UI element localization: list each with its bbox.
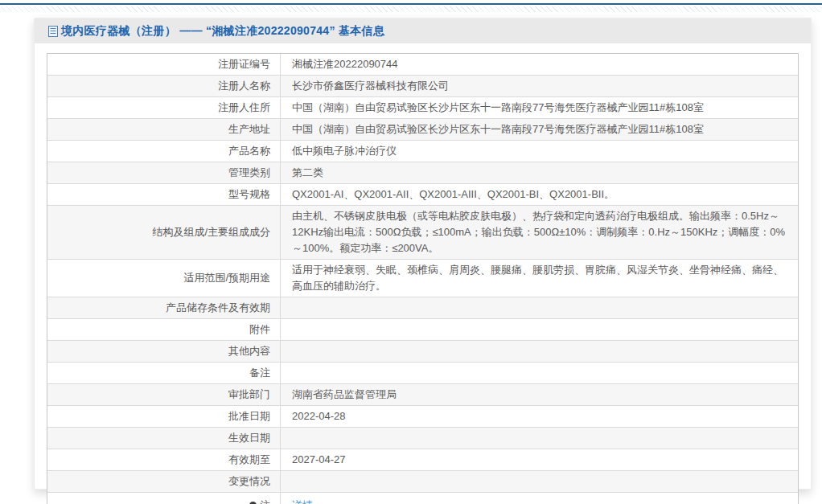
row-value: 中国（湖南）自由贸易试验区长沙片区东十一路南段77号海凭医疗器械产业园11#栋1… <box>281 119 798 140</box>
page-title: 境内医疗器械（注册） —— “湘械注准20222090744” 基本信息 <box>61 24 384 39</box>
decorative-stripe-band <box>0 6 822 12</box>
row-label-text: 审批部门 <box>228 387 270 403</box>
row-value <box>281 363 798 383</box>
page: 境内医疗器械（注册） —— “湘械注准20222090744” 基本信息 注册证… <box>0 0 822 504</box>
row-label-text: 注册证编号 <box>218 56 270 72</box>
row-label-text: 注 <box>260 498 270 504</box>
row-label-text: 批准日期 <box>228 408 270 424</box>
row-value: 2022-04-28 <box>281 406 798 427</box>
row-label: 型号规格 <box>47 184 281 205</box>
table-row: 变更情况 <box>47 471 798 493</box>
table-row: 型号规格QX2001-AI、QX2001-AII、QX2001-AIII、QX2… <box>47 184 798 206</box>
table-row: 结构及组成/主要组成成分由主机、不锈钢皮肤电极（或等电粘胶皮肤电极）、热疗袋和定… <box>47 206 798 260</box>
panel-header: 境内医疗器械（注册） —— “湘械注准20222090744” 基本信息 <box>35 18 811 43</box>
row-label-text: 其他内容 <box>228 343 270 359</box>
table-row: 适用范围/预期用途适用于神经衰弱、失眠、颈椎病、肩周炎、腰腿痛、腰肌劳损、胃脘痛… <box>47 260 798 297</box>
table-row: 其他内容 <box>47 341 798 363</box>
row-label: 管理类别 <box>47 162 281 183</box>
detail-link[interactable]: 详情 <box>292 498 313 504</box>
row-label-text: 注册人名称 <box>218 78 270 94</box>
row-label-text: 生产地址 <box>228 121 270 137</box>
row-label: 批准日期 <box>47 406 281 427</box>
row-label: 备注 <box>47 363 281 383</box>
row-label: 其他内容 <box>47 341 281 362</box>
table-row: 管理类别第二类 <box>47 162 798 184</box>
row-label-text: 生效日期 <box>228 430 270 446</box>
row-label: 附件 <box>47 319 281 340</box>
row-label: 注册人名称 <box>47 76 281 96</box>
top-accent-line <box>0 3 822 5</box>
table-row: 注册证编号湘械注准20222090744 <box>47 54 798 76</box>
row-label-text: 型号规格 <box>228 186 270 203</box>
row-label-text: 适用范围/预期用途 <box>183 270 270 286</box>
row-value <box>281 341 798 362</box>
table-row: 审批部门湖南省药品监督管理局 <box>47 384 798 406</box>
row-value: 详情 <box>281 493 798 504</box>
row-value: QX2001-AI、QX2001-AII、QX2001-AIII、QX2001-… <box>281 184 798 205</box>
table-row: 生效日期 <box>47 428 798 449</box>
table-row: 注详情 <box>47 493 798 504</box>
table-row: 注册人住所中国（湖南）自由贸易试验区长沙片区东十一路南段77号海凭医疗器械产业园… <box>47 97 798 119</box>
row-label-text: 备注 <box>249 365 270 381</box>
row-value: 湘械注准20222090744 <box>281 54 798 75</box>
row-value: 由主机、不锈钢皮肤电极（或等电粘胶皮肤电极）、热疗袋和定向透药治疗电极组成。输出… <box>281 206 798 259</box>
row-label-text: 管理类别 <box>228 165 270 181</box>
row-label: 注册人住所 <box>47 97 281 118</box>
row-value <box>281 471 798 492</box>
row-value: 长沙市侨鑫医疗器械科技有限公司 <box>281 76 798 96</box>
table-row: 附件 <box>47 319 798 341</box>
row-label-text: 附件 <box>249 322 270 338</box>
row-label: 注册证编号 <box>47 54 281 75</box>
table-row: 备注 <box>47 363 798 384</box>
row-label: 注 <box>47 493 281 504</box>
row-label: 适用范围/预期用途 <box>47 260 281 297</box>
row-label-text: 变更情况 <box>228 473 270 490</box>
row-label-text: 有效期至 <box>228 452 270 468</box>
row-value: 适用于神经衰弱、失眠、颈椎病、肩周炎、腰腿痛、腰肌劳损、胃脘痛、风湿关节炎、坐骨… <box>281 260 798 297</box>
row-label-text: 产品名称 <box>228 143 270 159</box>
row-label: 变更情况 <box>47 471 281 492</box>
row-value <box>281 297 798 318</box>
row-label: 产品名称 <box>47 141 281 162</box>
balloon-note-icon <box>249 502 257 504</box>
row-label: 结构及组成/主要组成成分 <box>47 206 281 259</box>
row-label: 有效期至 <box>47 449 281 470</box>
row-value: 湖南省药品监督管理局 <box>281 384 798 405</box>
row-label-text: 注册人住所 <box>218 100 270 116</box>
table-row: 批准日期2022-04-28 <box>47 406 798 428</box>
table-row: 产品储存条件及有效期 <box>47 297 798 319</box>
document-icon <box>48 26 58 37</box>
row-label: 生效日期 <box>47 428 281 449</box>
row-label-text: 产品储存条件及有效期 <box>166 300 270 316</box>
row-value <box>281 319 798 340</box>
row-label-text: 结构及组成/主要组成成分 <box>152 224 270 240</box>
row-value: 低中频电子脉冲治疗仪 <box>281 141 798 162</box>
row-value: 第二类 <box>281 162 798 183</box>
row-value <box>281 428 798 449</box>
row-label: 生产地址 <box>47 119 281 140</box>
table-row: 产品名称低中频电子脉冲治疗仪 <box>47 141 798 162</box>
table-row: 注册人名称长沙市侨鑫医疗器械科技有限公司 <box>47 76 798 97</box>
row-label: 产品储存条件及有效期 <box>47 297 281 318</box>
row-value: 中国（湖南）自由贸易试验区长沙片区东十一路南段77号海凭医疗器械产业园11#栋1… <box>281 97 798 118</box>
info-table: 注册证编号湘械注准20222090744注册人名称长沙市侨鑫医疗器械科技有限公司… <box>47 53 799 504</box>
row-value: 2027-04-27 <box>281 449 798 470</box>
row-label: 审批部门 <box>47 384 281 405</box>
table-row: 生产地址中国（湖南）自由贸易试验区长沙片区东十一路南段77号海凭医疗器械产业园1… <box>47 119 798 141</box>
table-row: 有效期至2027-04-27 <box>47 449 798 471</box>
registration-info-panel: 境内医疗器械（注册） —— “湘械注准20222090744” 基本信息 注册证… <box>34 18 812 490</box>
